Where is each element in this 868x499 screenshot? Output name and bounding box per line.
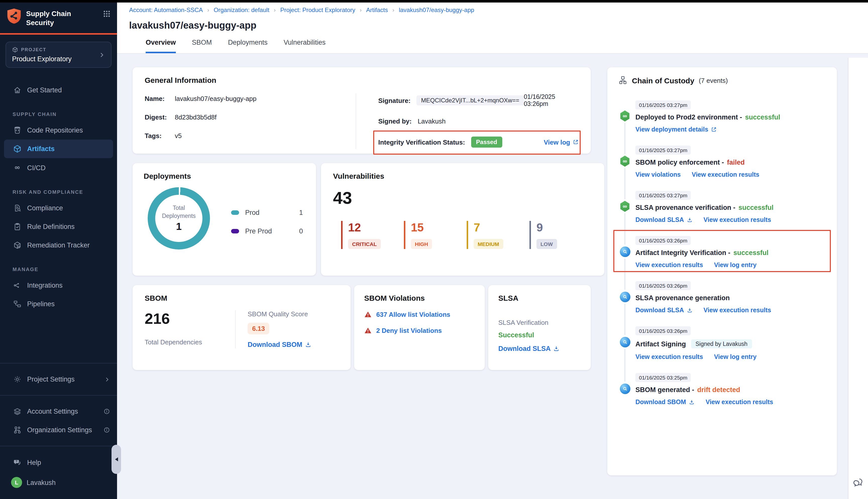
sidebar-item-label: Project Settings — [27, 376, 75, 383]
sbom-quality-label: SBOM Quality Score — [248, 310, 339, 318]
view-execution-results-link[interactable]: View execution results — [636, 353, 703, 361]
event-title: Artifact Integrity Verification - — [636, 249, 731, 257]
breadcrumb-artifacts[interactable]: Artifacts — [366, 7, 388, 14]
sidebar-item-cicd[interactable]: CI/CD — [0, 158, 117, 178]
sidebar-item-label: Organization Settings — [27, 426, 92, 434]
download-slsa-link[interactable]: Download SLSA — [636, 307, 692, 314]
event-timestamp: 01/16/2025 03:26pm — [636, 281, 691, 290]
severity-badge: LOW — [537, 239, 557, 249]
remediation-tracker-package-icon — [13, 241, 22, 250]
sidebar-footer: ? Help L Lavakush — [0, 446, 117, 499]
view-deployment-details-link[interactable]: View deployment details — [636, 126, 717, 133]
legend-item-preprod: Pre Prod 0 — [231, 228, 303, 235]
digest-value: 8d23bd3b5d8f — [175, 113, 217, 121]
sidebar-item-label: Integrations — [27, 282, 62, 289]
sidebar-user[interactable]: L Lavakush — [0, 472, 117, 493]
view-execution-results-link[interactable]: View execution results — [706, 399, 773, 406]
breadcrumb-organization[interactable]: Organization: default — [214, 7, 269, 14]
slsa-verification-label: SLSA Verification — [498, 319, 581, 326]
sidebar-item-artifacts[interactable]: Artifacts — [4, 140, 113, 158]
view-violations-link[interactable]: View violations — [636, 171, 680, 178]
sidebar-item-code-repositories[interactable]: Code Repositories — [0, 121, 117, 140]
sidebar-item-label: Artifacts — [27, 145, 55, 153]
sidebar-item-integrations[interactable]: Integrations — [0, 276, 117, 295]
warning-triangle-icon — [364, 327, 372, 334]
app-logo-shield-icon — [7, 8, 22, 24]
sidebar-item-project-settings[interactable]: Project Settings — [0, 370, 117, 389]
breadcrumb-project[interactable]: Project: Product Exploratory — [280, 7, 355, 14]
download-slsa-link[interactable]: Download SLSA — [636, 216, 692, 223]
page-title: lavakush07/easy-buggy-app — [129, 20, 868, 31]
view-execution-results-link[interactable]: View execution results — [703, 307, 771, 314]
breadcrumb-separator: › — [360, 7, 362, 13]
gear-icon — [13, 375, 22, 384]
pipeline-event-icon: ∞ — [619, 201, 630, 212]
tab-vulnerabilities[interactable]: Vulnerabilities — [284, 39, 325, 53]
deny-list-violations-link[interactable]: 2 Deny list Violations — [376, 327, 442, 334]
sidebar-item-rule-definitions[interactable]: Rule Definitions — [0, 218, 117, 236]
severity-medium: 7 MEDIUM — [467, 221, 529, 249]
prod-swatch-icon — [231, 210, 239, 215]
breadcrumb-separator: › — [207, 7, 209, 13]
download-sbom-link[interactable]: Download SBOM — [636, 399, 695, 406]
right-dock-strip — [848, 58, 868, 499]
tab-sbom[interactable]: SBOM — [192, 39, 212, 53]
verification-event-icon — [619, 336, 630, 348]
vulnerabilities-total: 43 — [333, 188, 592, 208]
sidebar-item-label: Get Started — [27, 87, 62, 94]
vertical-divider — [355, 93, 356, 149]
rule-definitions-clipboard-icon — [13, 223, 22, 231]
tags-value: v5 — [175, 132, 182, 139]
view-execution-results-link[interactable]: View execution results — [703, 216, 771, 223]
verification-event-icon — [619, 246, 630, 257]
sidebar-item-account-settings[interactable]: Account Settings — [0, 402, 117, 421]
avatar: L — [11, 477, 22, 488]
events-count: (7 events) — [699, 76, 728, 84]
event-status: drift detected — [697, 386, 740, 393]
sidebar-collapse-handle[interactable] — [111, 445, 121, 474]
sidebar-section-risk-compliance: RISK AND COMPLIANCE — [0, 178, 117, 199]
app-title: Supply Chain Security — [26, 8, 98, 27]
allow-list-violations-link[interactable]: 637 Allow list Violations — [376, 311, 450, 318]
sidebar-item-pipelines[interactable]: Pipelines — [0, 295, 117, 314]
view-log-entry-link[interactable]: View log entry — [714, 353, 757, 361]
sidebar-item-get-started[interactable]: Get Started — [0, 81, 117, 100]
sidebar-item-label: Compliance — [27, 205, 63, 212]
breadcrumb-separator: › — [274, 7, 276, 13]
event-title: Artifact Signing — [636, 340, 686, 348]
chat-support-icon[interactable] — [853, 477, 864, 488]
view-log-entry-link[interactable]: View log entry — [714, 261, 757, 269]
legend-label: Prod — [245, 209, 260, 216]
download-sbom-link[interactable]: Download SBOM — [248, 341, 311, 349]
sidebar-item-remediation-tracker[interactable]: Remediation Tracker — [0, 236, 117, 255]
view-execution-results-link[interactable]: View execution results — [692, 171, 759, 178]
sidebar-item-label: Rule Definitions — [27, 223, 75, 231]
legend-value: 1 — [299, 209, 303, 216]
vertical-divider — [235, 310, 236, 349]
view-log-link[interactable]: View log — [544, 138, 579, 146]
org-chart-gear-icon — [13, 426, 22, 434]
tab-overview[interactable]: Overview — [146, 39, 176, 53]
content-area: General Information Name: lavakush07/eas… — [117, 54, 868, 475]
sidebar-section-manage: MANAGE — [0, 255, 117, 276]
severity-badge: MEDIUM — [474, 239, 503, 249]
external-link-icon — [711, 126, 717, 133]
breadcrumb-account[interactable]: Account: Automation-SSCA — [129, 7, 203, 14]
pipelines-flow-icon — [13, 300, 22, 308]
breadcrumb-current[interactable]: lavakush07/easy-buggy-app — [399, 7, 474, 14]
sidebar-item-organization-settings[interactable]: Organization Settings — [0, 421, 117, 439]
download-slsa-link[interactable]: Download SLSA — [498, 345, 560, 352]
event-title: Deployed to Prod2 environment - — [636, 113, 742, 121]
sidebar-item-help[interactable]: ? Help — [0, 453, 117, 472]
project-selector[interactable]: PROJECT Product Exploratory — [5, 42, 111, 68]
event-title: SLSA provenance generation — [636, 294, 730, 302]
card-title: SBOM Violations — [364, 294, 475, 302]
digest-label: Digest: — [145, 113, 171, 121]
sidebar-item-compliance[interactable]: Compliance — [0, 199, 117, 218]
tab-deployments[interactable]: Deployments — [228, 39, 268, 53]
app-switcher-grid-icon[interactable] — [103, 10, 110, 17]
vulnerabilities-card: Vulnerabilities 43 12 CRITICAL 15 HIGH — [321, 163, 604, 276]
deployments-card: Deployments Total Deployments 1 — [133, 163, 316, 276]
sbom-total-label: Total Dependencies — [145, 338, 235, 346]
view-execution-results-link[interactable]: View execution results — [636, 261, 703, 269]
